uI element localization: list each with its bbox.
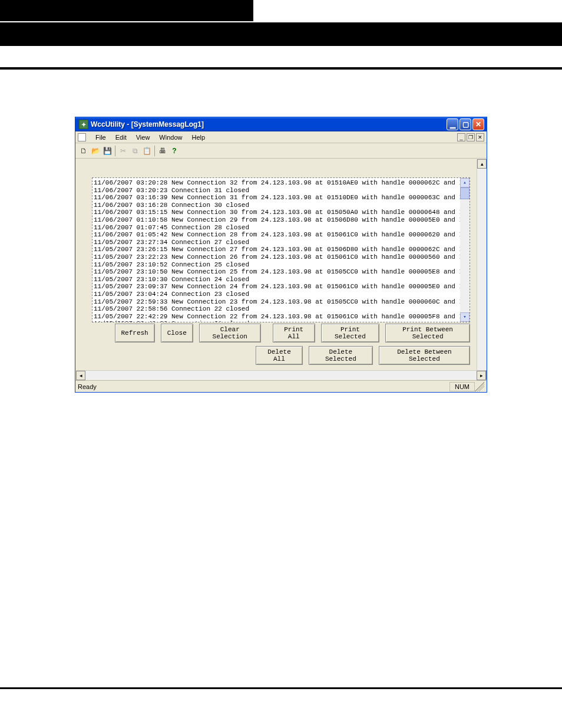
menu-help[interactable]: Help xyxy=(187,133,210,142)
status-num: NUM xyxy=(449,382,475,391)
delete-selected-button[interactable]: Delete Selected xyxy=(309,346,373,365)
new-icon[interactable]: 🗋 xyxy=(78,145,90,157)
toolbar: 🗋 📂 💾 ✂ ⧉ 📋 🖶 ? xyxy=(75,143,487,159)
log-line[interactable]: 11/05/2007 23:10:30 Connection 24 closed xyxy=(94,276,468,284)
maximize-button[interactable]: ▢ xyxy=(459,118,471,130)
client-area: ▴ ▾ ◂ ▸ 11/06/2007 03:20:28 New Connecti… xyxy=(75,159,487,380)
log-vertical-scrollbar[interactable]: ▴ ▾ xyxy=(460,178,470,322)
log-line[interactable]: 11/05/2007 23:26:15 New Connection 27 fr… xyxy=(94,246,468,253)
log-line[interactable]: 11/06/2007 03:16:39 New Connection 31 fr… xyxy=(94,194,468,202)
window-title: WccUtility - [SystemMessagLog1] xyxy=(91,120,447,129)
scroll-up-icon[interactable]: ▴ xyxy=(460,178,470,187)
titlebar: ✦ WccUtility - [SystemMessagLog1] ▁ ▢ ✕ xyxy=(75,117,487,131)
open-icon[interactable]: 📂 xyxy=(90,145,101,157)
scroll-track[interactable] xyxy=(460,199,470,312)
close-window-button[interactable]: ✕ xyxy=(472,118,484,130)
statusbar: Ready NUM xyxy=(75,380,487,392)
scroll-up-icon[interactable]: ▴ xyxy=(477,159,487,169)
scroll-track[interactable] xyxy=(477,169,486,370)
close-button[interactable]: Close xyxy=(161,324,193,342)
log-line[interactable]: 11/06/2007 01:05:42 New Connection 28 fr… xyxy=(94,231,468,239)
log-line[interactable]: 11/06/2007 03:15:15 New Connection 30 fr… xyxy=(94,209,468,216)
mdi-minimize-button[interactable]: _ xyxy=(457,133,465,141)
print-icon[interactable]: 🖶 xyxy=(157,145,168,157)
delete-between-selected-button[interactable]: Delete Between Selected xyxy=(379,346,470,365)
log-line[interactable]: 11/05/2007 22:58:56 Connection 22 closed xyxy=(94,305,468,313)
page-header-small-bar xyxy=(0,0,253,21)
toolbar-separator xyxy=(115,146,115,156)
print-selected-button[interactable]: Print Selected xyxy=(321,324,380,342)
minimize-button[interactable]: ▁ xyxy=(447,118,458,130)
menu-window[interactable]: Window xyxy=(154,133,187,142)
log-line[interactable]: 11/05/2007 23:10:52 Connection 25 closed xyxy=(94,261,468,269)
scroll-left-icon[interactable]: ◂ xyxy=(76,371,85,380)
toolbar-separator xyxy=(154,146,155,156)
log-line[interactable]: 11/05/2007 23:27:34 Connection 27 closed xyxy=(94,239,468,246)
log-line[interactable]: 11/05/2007 23:09:37 New Connection 24 fr… xyxy=(94,283,468,291)
log-line[interactable]: 11/06/2007 03:20:28 New Connection 32 fr… xyxy=(94,179,468,187)
menubar: File Edit View Window Help _ ❐ ✕ xyxy=(75,131,487,143)
scroll-right-icon[interactable]: ▸ xyxy=(477,371,486,380)
log-line[interactable]: 11/05/2007 22:42:29 New Connection 22 fr… xyxy=(94,313,468,321)
outer-vertical-scrollbar[interactable]: ▴ ▾ xyxy=(477,159,486,380)
app-icon: ✦ xyxy=(79,120,88,129)
save-icon[interactable]: 💾 xyxy=(101,145,113,157)
paste-icon[interactable]: 📋 xyxy=(141,145,153,157)
scroll-thumb[interactable] xyxy=(460,187,470,199)
cut-icon[interactable]: ✂ xyxy=(117,145,129,157)
log-line[interactable]: 11/05/2007 23:04:24 Connection 23 closed xyxy=(94,291,468,298)
log-line[interactable]: 11/06/2007 01:07:45 Connection 28 closed xyxy=(94,224,468,232)
page-header-full-bar xyxy=(0,22,562,46)
status-ready: Ready xyxy=(78,383,97,390)
log-listbox[interactable]: 11/06/2007 03:20:28 New Connection 32 fr… xyxy=(92,177,470,322)
delete-all-button[interactable]: Delete All xyxy=(256,346,303,365)
scroll-track[interactable] xyxy=(85,371,477,380)
page-divider xyxy=(0,67,562,70)
log-line[interactable]: 11/05/2007 23:10:50 New Connection 25 fr… xyxy=(94,268,468,276)
page-footer-rule xyxy=(0,687,562,689)
log-line[interactable]: 11/06/2007 01:10:58 New Connection 29 fr… xyxy=(94,216,468,224)
outer-horizontal-scrollbar[interactable]: ◂ ▸ xyxy=(76,370,486,380)
log-line[interactable]: 11/06/2007 03:20:23 Connection 31 closed xyxy=(94,187,468,195)
menu-edit[interactable]: Edit xyxy=(111,133,131,142)
refresh-button[interactable]: Refresh xyxy=(115,324,155,342)
print-between-selected-button[interactable]: Print Between Selected xyxy=(385,324,470,342)
print-all-button[interactable]: Print All xyxy=(273,324,315,342)
log-line[interactable]: 11/05/2007 22:59:33 New Connection 23 fr… xyxy=(94,298,468,306)
log-line[interactable]: 11/05/2007 23:22:23 New Connection 26 fr… xyxy=(94,253,468,261)
app-window: ✦ WccUtility - [SystemMessagLog1] ▁ ▢ ✕ … xyxy=(75,117,487,393)
menu-view[interactable]: View xyxy=(131,133,155,142)
menu-file[interactable]: File xyxy=(91,133,111,142)
resize-grip-icon[interactable] xyxy=(475,382,484,391)
help-icon[interactable]: ? xyxy=(168,145,180,157)
mdi-close-button[interactable]: ✕ xyxy=(476,133,484,141)
log-line[interactable]: 11/06/2007 03:16:28 Connection 30 closed xyxy=(94,202,468,209)
document-icon[interactable] xyxy=(78,133,86,141)
mdi-restore-button[interactable]: ❐ xyxy=(467,133,475,141)
clear-selection-button[interactable]: Clear Selection xyxy=(199,324,261,342)
copy-icon[interactable]: ⧉ xyxy=(129,145,141,157)
